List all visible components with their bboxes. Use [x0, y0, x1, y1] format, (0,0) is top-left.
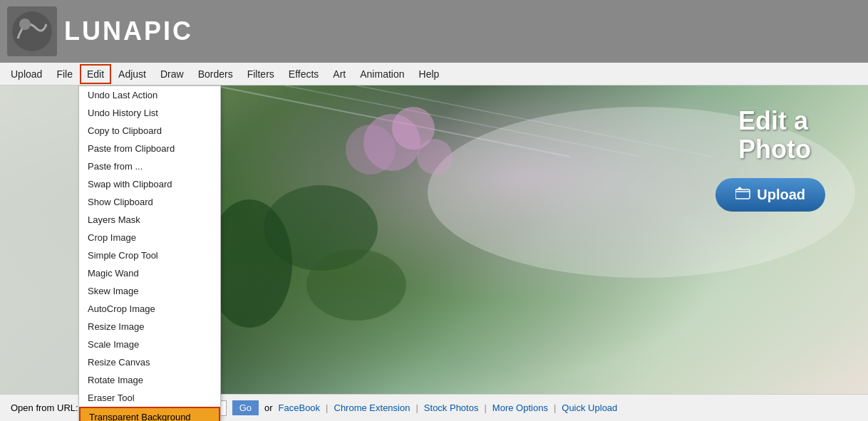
- separator-4: |: [554, 402, 556, 413]
- menu-skew-image[interactable]: Skew Image: [79, 282, 220, 300]
- menu-magic-wand[interactable]: Magic Wand: [79, 264, 220, 282]
- logo-area: LUNAPIC: [7, 6, 193, 56]
- menu-resize-image[interactable]: Resize Image: [79, 318, 220, 336]
- nav-filters[interactable]: Filters: [240, 64, 281, 84]
- nav-file[interactable]: File: [49, 64, 80, 84]
- menu-show-clipboard[interactable]: Show Clipboard: [79, 193, 220, 211]
- separator-1: |: [326, 402, 328, 413]
- nav-borders[interactable]: Borders: [191, 64, 240, 84]
- menu-eraser-tool[interactable]: Eraser Tool: [79, 389, 220, 407]
- open-from-url-label: Open from URL:: [11, 402, 78, 413]
- or-text: or: [264, 402, 273, 413]
- nav-effects[interactable]: Effects: [281, 64, 326, 84]
- nav-adjust[interactable]: Adjust: [111, 64, 153, 84]
- upload-folder-icon: [735, 187, 751, 203]
- more-options-link[interactable]: More Options: [492, 402, 548, 413]
- menu-resize-canvas[interactable]: Resize Canvas: [79, 353, 220, 371]
- menu-copy-clipboard[interactable]: Copy to Clipboard: [79, 122, 220, 140]
- menu-paste-from[interactable]: Paste from ...: [79, 157, 220, 175]
- menu-undo-history[interactable]: Undo History List: [79, 104, 220, 122]
- upload-btn-label: Upload: [757, 187, 805, 203]
- logo-icon: [7, 6, 57, 56]
- nav-upload[interactable]: Upload: [4, 64, 49, 84]
- menu-scale-image[interactable]: Scale Image: [79, 336, 220, 353]
- logo-text: LUNAPIC: [64, 16, 193, 46]
- edit-photo-text: Edit a Photo: [738, 107, 811, 163]
- stock-photos-link[interactable]: Stock Photos: [424, 402, 479, 413]
- menu-undo-last[interactable]: Undo Last Action: [79, 86, 220, 104]
- menu-rotate-image[interactable]: Rotate Image: [79, 371, 220, 389]
- nav-draw[interactable]: Draw: [153, 64, 191, 84]
- nav-art[interactable]: Art: [326, 64, 353, 84]
- go-button[interactable]: Go: [232, 400, 259, 415]
- chrome-ext-link[interactable]: Chrome Extension: [334, 402, 410, 413]
- svg-point-1: [19, 19, 31, 30]
- upload-button[interactable]: Upload: [715, 178, 825, 212]
- menu-paste-clipboard[interactable]: Paste from Clipboard: [79, 140, 220, 157]
- svg-point-0: [12, 11, 52, 51]
- facebook-link[interactable]: FaceBook: [279, 402, 321, 413]
- nav-animation[interactable]: Animation: [353, 64, 411, 84]
- separator-3: |: [484, 402, 486, 413]
- navbar: Upload File Edit Adjust Draw Borders Fil…: [0, 63, 868, 85]
- menu-simple-crop[interactable]: Simple Crop Tool: [79, 246, 220, 264]
- menu-layers-mask[interactable]: Layers Mask: [79, 211, 220, 229]
- separator-2: |: [415, 402, 418, 413]
- menu-crop-image[interactable]: Crop Image: [79, 229, 220, 246]
- nav-edit[interactable]: Edit: [80, 64, 111, 84]
- svg-rect-13: [735, 189, 750, 199]
- quick-upload-link[interactable]: Quick Upload: [562, 402, 617, 413]
- edit-dropdown: Undo Last Action Undo History List Copy …: [78, 85, 221, 421]
- menu-swap-clipboard[interactable]: Swap with Clipboard: [79, 175, 220, 193]
- menu-transparent-bg[interactable]: Transparent Background: [79, 407, 220, 421]
- nav-help[interactable]: Help: [412, 64, 447, 84]
- menu-autocrop-image[interactable]: AutoCrop Image: [79, 300, 220, 318]
- header: LUNAPIC: [0, 0, 868, 63]
